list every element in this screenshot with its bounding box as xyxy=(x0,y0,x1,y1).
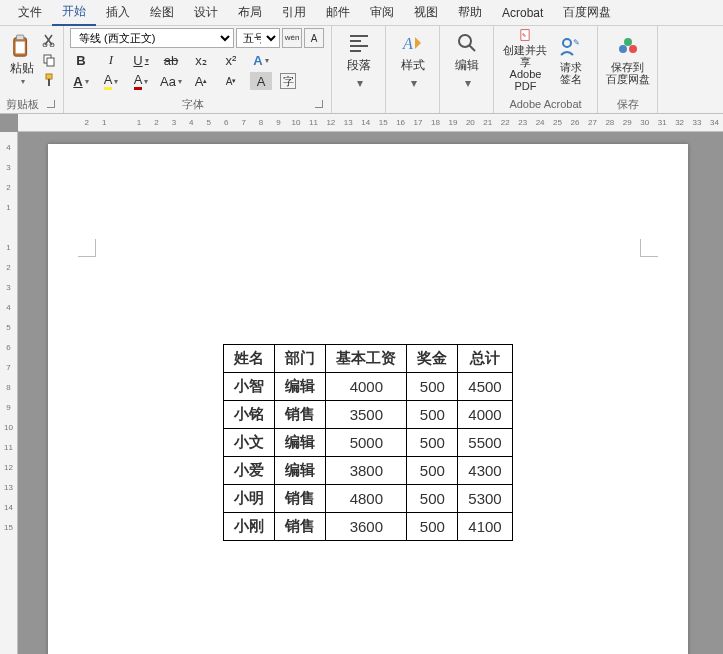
data-table[interactable]: 姓名部门基本工资奖金总计 小智编辑40005004500小铭销售35005004… xyxy=(223,344,512,541)
table-cell[interactable]: 5500 xyxy=(458,429,512,457)
clipboard-launcher-icon[interactable] xyxy=(47,100,55,108)
table-cell[interactable]: 4800 xyxy=(326,485,407,513)
table-row[interactable]: 小刚销售36005004100 xyxy=(224,513,512,541)
menu-tab-4[interactable]: 设计 xyxy=(184,0,228,25)
table-cell[interactable]: 4000 xyxy=(326,373,407,401)
enclose-char-button[interactable]: 字 xyxy=(280,73,296,89)
hruler-tick: 2 xyxy=(148,118,165,127)
copy-icon[interactable] xyxy=(41,52,57,68)
table-cell[interactable]: 3500 xyxy=(326,401,407,429)
table-cell[interactable]: 3600 xyxy=(326,513,407,541)
table-cell[interactable]: 小爱 xyxy=(224,457,275,485)
text-effects-button[interactable]: A▾ xyxy=(250,51,272,69)
char-shading-button[interactable]: A xyxy=(250,72,272,90)
table-cell[interactable]: 销售 xyxy=(275,485,326,513)
table-cell[interactable]: 小文 xyxy=(224,429,275,457)
italic-button[interactable]: I xyxy=(100,51,122,69)
menu-tab-10[interactable]: 帮助 xyxy=(448,0,492,25)
edit-button[interactable]: 编辑 ▾ xyxy=(446,28,487,92)
grow-font-button[interactable]: A▴ xyxy=(190,72,212,90)
menu-tab-1[interactable]: 开始 xyxy=(52,0,96,26)
hruler-tick: 19 xyxy=(444,118,461,127)
table-row[interactable]: 小爱编辑38005004300 xyxy=(224,457,512,485)
table-cell[interactable]: 5000 xyxy=(326,429,407,457)
menu-tab-11[interactable]: Acrobat xyxy=(492,2,553,24)
table-cell[interactable]: 500 xyxy=(407,485,458,513)
superscript-button[interactable]: x² xyxy=(220,51,242,69)
create-pdf-button[interactable]: ✎ 创建并共享 Adobe PDF xyxy=(500,28,551,92)
table-cell[interactable]: 500 xyxy=(407,401,458,429)
table-cell[interactable]: 500 xyxy=(407,429,458,457)
page[interactable]: 姓名部门基本工资奖金总计 小智编辑40005004500小铭销售35005004… xyxy=(48,144,688,654)
font-size-select[interactable]: 五号 xyxy=(236,28,280,48)
table-cell[interactable]: 销售 xyxy=(275,513,326,541)
table-header[interactable]: 基本工资 xyxy=(326,345,407,373)
request-sign-button[interactable]: ✎ 请求 签名 xyxy=(551,28,591,92)
table-cell[interactable]: 小明 xyxy=(224,485,275,513)
font-launcher-icon[interactable] xyxy=(315,100,323,108)
format-painter-icon[interactable] xyxy=(41,72,57,88)
table-cell[interactable]: 小铭 xyxy=(224,401,275,429)
table-cell[interactable]: 500 xyxy=(407,457,458,485)
table-row[interactable]: 小文编辑50005005500 xyxy=(224,429,512,457)
paste-dropdown-icon[interactable]: ▾ xyxy=(21,77,25,86)
table-cell[interactable]: 编辑 xyxy=(275,373,326,401)
vertical-ruler[interactable]: 4321123456789101112131415 xyxy=(0,132,18,654)
table-cell[interactable]: 销售 xyxy=(275,401,326,429)
subscript-button[interactable]: x₂ xyxy=(190,51,212,69)
table-cell[interactable]: 5300 xyxy=(458,485,512,513)
table-cell[interactable]: 编辑 xyxy=(275,429,326,457)
table-header[interactable]: 部门 xyxy=(275,345,326,373)
menu-tab-0[interactable]: 文件 xyxy=(8,0,52,25)
highlight-button[interactable]: A▾ xyxy=(100,72,122,90)
vruler-tick: 2 xyxy=(6,257,10,277)
menu-tab-8[interactable]: 审阅 xyxy=(360,0,404,25)
font-color-button[interactable]: A▾ xyxy=(130,72,152,90)
baidu-save-button[interactable]: 保存到 百度网盘 xyxy=(604,28,651,92)
shrink-font-button[interactable]: A▾ xyxy=(220,72,242,90)
svg-rect-7 xyxy=(46,74,52,79)
font-family-select[interactable]: 等线 (西文正文) xyxy=(70,28,234,48)
table-cell[interactable]: 3800 xyxy=(326,457,407,485)
menu-tab-9[interactable]: 视图 xyxy=(404,0,448,25)
cut-icon[interactable] xyxy=(41,32,57,48)
table-header[interactable]: 姓名 xyxy=(224,345,275,373)
table-cell[interactable]: 编辑 xyxy=(275,457,326,485)
table-header[interactable]: 奖金 xyxy=(407,345,458,373)
menu-tab-6[interactable]: 引用 xyxy=(272,0,316,25)
styles-button[interactable]: A 样式 ▾ xyxy=(392,28,433,92)
svg-text:✎: ✎ xyxy=(523,32,527,38)
table-cell[interactable]: 小智 xyxy=(224,373,275,401)
table-cell[interactable]: 4300 xyxy=(458,457,512,485)
table-row[interactable]: 小智编辑40005004500 xyxy=(224,373,512,401)
table-cell[interactable]: 4500 xyxy=(458,373,512,401)
table-row[interactable]: 小明销售48005005300 xyxy=(224,485,512,513)
paragraph-dropdown-icon[interactable]: ▾ xyxy=(357,76,363,90)
underline-button[interactable]: U▾ xyxy=(130,51,152,69)
menu-tab-7[interactable]: 邮件 xyxy=(316,0,360,25)
menu-tab-5[interactable]: 布局 xyxy=(228,0,272,25)
hruler-tick: 24 xyxy=(531,118,548,127)
table-row[interactable]: 小铭销售35005004000 xyxy=(224,401,512,429)
menu-tab-3[interactable]: 绘图 xyxy=(140,0,184,25)
strikethrough-button[interactable]: ab xyxy=(160,51,182,69)
menu-tab-2[interactable]: 插入 xyxy=(96,0,140,25)
paragraph-button[interactable]: 段落 ▾ xyxy=(338,28,379,92)
table-cell[interactable]: 500 xyxy=(407,513,458,541)
font-color-fill-button[interactable]: A▾ xyxy=(70,72,92,90)
menu-tab-12[interactable]: 百度网盘 xyxy=(553,0,621,25)
table-header[interactable]: 总计 xyxy=(458,345,512,373)
table-cell[interactable]: 4100 xyxy=(458,513,512,541)
change-case-button[interactable]: Aa▾ xyxy=(160,72,182,90)
edit-dropdown-icon[interactable]: ▾ xyxy=(465,76,471,90)
table-cell[interactable]: 500 xyxy=(407,373,458,401)
hruler-tick: 6 xyxy=(218,118,235,127)
phonetic-guide-icon[interactable]: wén xyxy=(282,28,302,48)
bold-button[interactable]: B xyxy=(70,51,92,69)
char-border-icon[interactable]: A xyxy=(304,28,324,48)
table-cell[interactable]: 4000 xyxy=(458,401,512,429)
styles-dropdown-icon[interactable]: ▾ xyxy=(411,76,417,90)
paste-button[interactable]: 粘贴 ▾ xyxy=(6,28,37,92)
horizontal-ruler[interactable]: 2112345678910111213141516171819202122232… xyxy=(18,114,723,132)
table-cell[interactable]: 小刚 xyxy=(224,513,275,541)
